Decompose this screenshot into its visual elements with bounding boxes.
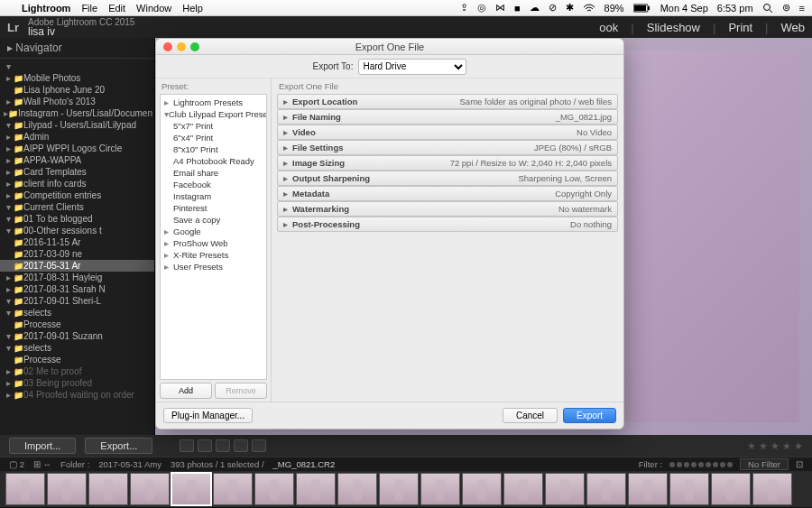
preset-row[interactable]: Instagram bbox=[161, 190, 266, 202]
preset-row[interactable]: A4 Photobook Ready bbox=[161, 155, 266, 167]
import-button[interactable]: Import... bbox=[9, 438, 76, 454]
user-icon[interactable]: ⊚ bbox=[782, 2, 790, 14]
status-icon[interactable]: ◎ bbox=[477, 2, 486, 14]
preset-row[interactable]: ▾Club Lilypad Export Presets bbox=[161, 108, 266, 120]
folder-row[interactable]: ▸📁AIPP WPPI Logos Circle bbox=[0, 143, 154, 154]
folder-row[interactable]: ▾📁2017-09-01 Suzann bbox=[0, 330, 154, 342]
module-book[interactable]: ook bbox=[599, 21, 618, 34]
status-icon[interactable]: ⋈ bbox=[495, 2, 505, 14]
preset-row[interactable]: Pinterest bbox=[161, 202, 266, 214]
navigator-header[interactable]: ▸ Navigator bbox=[0, 38, 154, 59]
folder-row[interactable]: ▸📁Admin bbox=[0, 131, 154, 143]
battery-icon[interactable] bbox=[633, 4, 651, 13]
filmstrip[interactable] bbox=[0, 471, 812, 507]
folder-row[interactable]: ▸📁Wall Photo's 2013 bbox=[0, 96, 154, 107]
module-slideshow[interactable]: Slideshow bbox=[647, 21, 700, 34]
filmstrip-thumb[interactable] bbox=[669, 473, 709, 505]
preset-row[interactable]: ▸Google bbox=[161, 226, 266, 237]
menubar-file[interactable]: File bbox=[81, 3, 97, 14]
folder-row[interactable]: ▸📁04 Proofed waiting on order bbox=[0, 389, 154, 401]
status-icon[interactable]: ■ bbox=[514, 3, 521, 14]
filmstrip-thumb[interactable] bbox=[420, 473, 460, 505]
menu-icon[interactable]: ≡ bbox=[799, 3, 805, 14]
wifi-icon[interactable] bbox=[583, 4, 595, 13]
folder-row[interactable]: 📁2017-05-31 Ar bbox=[0, 260, 154, 272]
module-print[interactable]: Print bbox=[728, 21, 752, 34]
filmstrip-thumb[interactable] bbox=[379, 473, 419, 505]
export-section[interactable]: ▸MetadataCopyright Only bbox=[277, 186, 618, 201]
secondary-display-icon[interactable]: ▢ 2 bbox=[9, 459, 24, 469]
filmstrip-thumb[interactable] bbox=[171, 473, 211, 505]
export-section[interactable]: ▸File Naming_MG_0821.jpg bbox=[277, 109, 618, 125]
filmstrip-thumb[interactable] bbox=[752, 473, 792, 505]
spotlight-icon[interactable] bbox=[762, 3, 773, 14]
filmstrip-thumb[interactable] bbox=[586, 473, 626, 505]
menubar-date[interactable]: Mon 4 Sep bbox=[660, 3, 708, 14]
preset-row[interactable]: Email share bbox=[161, 167, 266, 179]
folder-row[interactable]: ▸📁2017-08-31 Hayleig bbox=[0, 272, 154, 283]
filmstrip-thumb[interactable] bbox=[296, 473, 336, 505]
menubar-edit[interactable]: Edit bbox=[108, 3, 125, 14]
people-view-icon[interactable] bbox=[252, 439, 266, 452]
filmstrip-thumb[interactable] bbox=[462, 473, 502, 505]
folder-row[interactable]: 📁2017-03-09 ne bbox=[0, 248, 154, 260]
survey-view-icon[interactable] bbox=[234, 439, 248, 452]
folder-row[interactable]: ▸📁Card Templates bbox=[0, 166, 154, 178]
folder-row[interactable]: 📁Processe bbox=[0, 319, 154, 330]
export-section[interactable]: ▸Post-ProcessingDo nothing bbox=[277, 217, 618, 232]
folder-row[interactable]: ▾📁selects bbox=[0, 307, 154, 319]
preset-row[interactable]: 6"x4" Print bbox=[161, 132, 266, 143]
folder-row[interactable]: ▾📁Current Clients bbox=[0, 201, 154, 213]
filmstrip-thumb[interactable] bbox=[545, 473, 585, 505]
filmstrip-thumb[interactable] bbox=[628, 473, 668, 505]
filmstrip-thumb[interactable] bbox=[337, 473, 377, 505]
export-section[interactable]: ▸VideoNo Video bbox=[277, 125, 618, 140]
cancel-button[interactable]: Cancel bbox=[503, 408, 558, 423]
export-section[interactable]: ▸WatermarkingNo watermark bbox=[277, 201, 618, 217]
color-label-filter[interactable] bbox=[669, 462, 733, 467]
filmstrip-thumb[interactable] bbox=[254, 473, 294, 505]
preset-list[interactable]: ▸Lightroom Presets▾Club Lilypad Export P… bbox=[160, 94, 267, 380]
folder-row[interactable]: ▾📁Lilypad - Users/LisaI/Lilypad bbox=[0, 119, 154, 131]
folder-row[interactable]: 📁2016-11-15 Ar bbox=[0, 236, 154, 248]
export-section[interactable]: ▸Export LocationSame folder as original … bbox=[277, 94, 618, 109]
filmstrip-thumb[interactable] bbox=[88, 473, 128, 505]
folder-row[interactable]: ▾📁selects bbox=[0, 342, 154, 354]
filmstrip-thumb[interactable] bbox=[711, 473, 751, 505]
filmstrip-thumb[interactable] bbox=[130, 473, 170, 505]
preset-add-button[interactable]: Add bbox=[160, 383, 212, 399]
no-filter-dropdown[interactable]: No Filter bbox=[740, 458, 789, 470]
folder-row[interactable]: ▸📁2017-08-31 Sarah N bbox=[0, 283, 154, 295]
export-to-select[interactable]: Hard Drive bbox=[358, 59, 466, 75]
folder-row[interactable]: ▾📁2017-09-01 Sheri-L bbox=[0, 295, 154, 307]
filmstrip-thumb[interactable] bbox=[503, 473, 543, 505]
grid-view-icon[interactable] bbox=[180, 439, 194, 452]
loupe-view-icon[interactable] bbox=[198, 439, 212, 452]
module-web[interactable]: Web bbox=[781, 21, 806, 34]
folder-row[interactable]: 📁Lisa Iphone June 20 bbox=[0, 84, 154, 96]
filmstrip-thumb[interactable] bbox=[5, 473, 45, 505]
compare-view-icon[interactable] bbox=[216, 439, 230, 452]
folder-row[interactable]: 📁Processe bbox=[0, 354, 154, 365]
status-icon[interactable]: ⇪ bbox=[460, 2, 468, 14]
folder-row[interactable]: ▸📁client info cards bbox=[0, 178, 154, 189]
preset-row[interactable]: ▸ProShow Web bbox=[161, 237, 266, 249]
filter-lock-icon[interactable]: ⊡ bbox=[796, 459, 803, 469]
preset-row[interactable]: 8"x10" Print bbox=[161, 143, 266, 155]
export-button[interactable]: Export bbox=[563, 408, 616, 423]
folder-row[interactable]: ▸📁Competition entries bbox=[0, 189, 154, 201]
preset-row[interactable]: Facebook bbox=[161, 179, 266, 190]
status-icon[interactable]: ☁ bbox=[530, 2, 540, 14]
folder-row[interactable]: ▾ bbox=[0, 60, 154, 72]
folder-row[interactable]: ▾📁01 To be blogged bbox=[0, 213, 154, 225]
preset-row[interactable]: 5"x7" Print bbox=[161, 120, 266, 132]
folder-row[interactable]: ▸📁Mobile Photos bbox=[0, 72, 154, 84]
folder-row[interactable]: ▸📁03 Being proofed bbox=[0, 377, 154, 389]
preset-row[interactable]: ▸User Presets bbox=[161, 261, 266, 272]
preset-row[interactable]: Save a copy bbox=[161, 214, 266, 226]
folder-row[interactable]: ▸📁Instagram - Users/LisaI/Documen bbox=[0, 107, 154, 119]
rating-stars[interactable]: ★★★★★ bbox=[747, 440, 803, 452]
folder-row[interactable]: ▾📁00-Other sessions t bbox=[0, 225, 154, 236]
grid-nav-icon[interactable]: ⊞ ↔ bbox=[33, 459, 51, 469]
filmstrip-thumb[interactable] bbox=[47, 473, 87, 505]
